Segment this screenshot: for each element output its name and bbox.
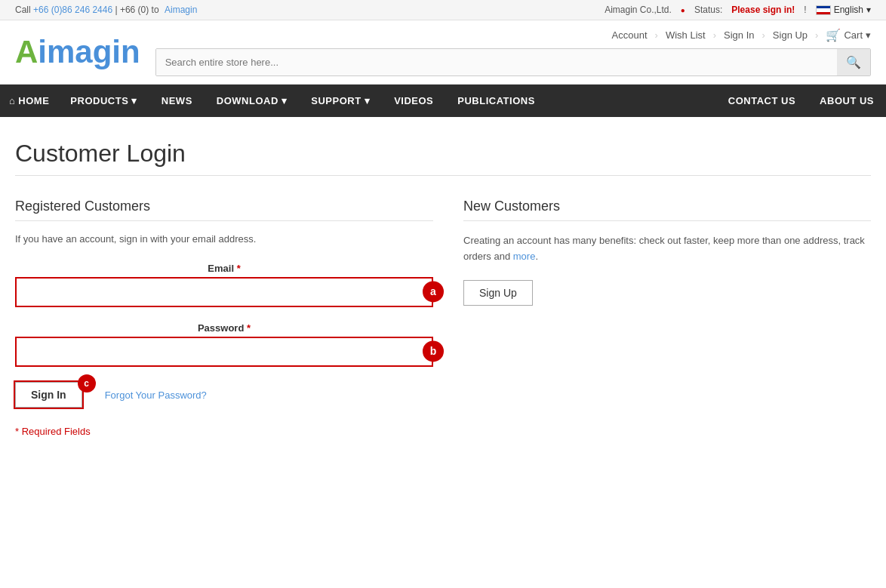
password-input[interactable] (15, 337, 433, 367)
nav-label-videos: VIDEOS (394, 95, 433, 106)
more-link[interactable]: more (513, 251, 536, 262)
nav-item-support[interactable]: SUPPORT ▾ (299, 85, 382, 117)
badge-a: a (423, 281, 444, 302)
nav-item-videos[interactable]: VIDEOS (382, 85, 445, 117)
email-required-marker: * (237, 263, 241, 274)
language-label: English (834, 5, 863, 15)
content-grid: Registered Customers If you have an acco… (15, 199, 871, 437)
separator: | (115, 5, 117, 15)
header-links: Account › Wish List › Sign In › Sign Up … (612, 28, 871, 42)
nav-label-publications: PUBLICATIONS (457, 95, 535, 106)
nav-right: CONTACT US ABOUT US (716, 85, 886, 117)
signin-button[interactable]: Sign In (15, 382, 82, 408)
password-required-marker: * (247, 322, 251, 334)
nav-item-home[interactable]: ⌂ HOME (0, 85, 58, 117)
support-arrow-icon: ▾ (365, 95, 371, 106)
language-selector[interactable]: English ▾ (816, 5, 871, 15)
cart-arrow-icon: ▾ (866, 29, 871, 41)
page-title: Customer Login (15, 140, 871, 176)
phone2: +66 (0) to (120, 5, 159, 15)
logo-blue: imagin (38, 34, 140, 69)
password-field-group: Password * b (15, 322, 433, 367)
wishlist-link[interactable]: Wish List (666, 29, 706, 41)
search-button[interactable]: 🔍 (837, 49, 870, 75)
badge-b: b (423, 340, 444, 362)
account-link[interactable]: Account (612, 29, 648, 41)
badge-c: c (78, 374, 96, 393)
required-fields-note: * Required Fields (15, 426, 433, 437)
email-label: Email * (15, 263, 433, 274)
email-field-group: Email * a (15, 263, 433, 307)
nav-label-support: SUPPORT (311, 95, 361, 106)
registered-description: If you have an account, sign in with you… (15, 233, 433, 245)
brand-link[interactable]: Aimagin (165, 5, 197, 15)
nav-item-about[interactable]: ABOUT US (808, 85, 886, 117)
top-bar-right: Aimagin Co.,Ltd. ● Status: Please sign i… (605, 5, 871, 15)
new-customers-section: New Customers Creating an account has ma… (463, 199, 871, 437)
header-right: Account › Wish List › Sign In › Sign Up … (155, 28, 871, 76)
nav-item-download[interactable]: DOWNLOAD ▾ (205, 85, 300, 117)
lang-arrow-icon: ▾ (866, 5, 871, 15)
logo[interactable]: Aimagin (15, 34, 140, 70)
nav-label-home: HOME (18, 95, 49, 106)
signin-button-wrap: Sign In c (15, 382, 82, 408)
new-customers-title: New Customers (463, 199, 871, 221)
status-dot: ● (681, 6, 685, 14)
logo-green: A (15, 34, 38, 69)
nav-spacer (547, 85, 716, 117)
header: Aimagin Account › Wish List › Sign In › … (0, 20, 886, 85)
cart-icon: 🛒 (826, 28, 841, 42)
nav-label-download: DOWNLOAD (217, 95, 278, 106)
products-arrow-icon: ▾ (131, 95, 137, 106)
signup-button[interactable]: Sign Up (463, 280, 533, 306)
search-input[interactable] (156, 49, 837, 75)
cart-label: Cart (844, 29, 863, 41)
nav-label-contact: CONTACT US (728, 95, 795, 106)
nav-label-news: NEWS (162, 95, 192, 106)
new-customers-description: Creating an account has many benefits: c… (463, 233, 871, 265)
nav-item-contact[interactable]: CONTACT US (716, 85, 808, 117)
company-name: Aimagin Co.,Ltd. (605, 5, 672, 15)
header-wrapper: Aimagin Account › Wish List › Sign In › … (0, 20, 886, 85)
registered-section-title: Registered Customers (15, 199, 433, 221)
nav-item-products[interactable]: PRODUCTS ▾ (58, 85, 149, 117)
call-label: Call (15, 5, 31, 15)
phone1-link[interactable]: +66 (0)86 246 2446 (33, 5, 112, 15)
top-bar-left: Call +66 (0)86 246 2446 | +66 (0) to Aim… (15, 5, 197, 15)
status-exclamation: ! (804, 5, 806, 15)
search-bar: 🔍 (155, 48, 871, 76)
signin-link[interactable]: Sign In (724, 29, 754, 41)
status-label: Status: (694, 5, 722, 15)
main-nav: ⌂ HOME PRODUCTS ▾ NEWS DOWNLOAD ▾ SUPPOR… (0, 85, 886, 117)
form-actions: Sign In c Forgot Your Password? (15, 382, 433, 408)
nav-label-about: ABOUT US (820, 95, 874, 106)
nav-label-products: PRODUCTS (70, 95, 128, 106)
signup-link[interactable]: Sign Up (773, 29, 808, 41)
download-arrow-icon: ▾ (281, 95, 288, 106)
forgot-password-link[interactable]: Forgot Your Password? (105, 389, 207, 401)
email-input[interactable] (15, 277, 433, 307)
main-content: Customer Login Registered Customers If y… (0, 117, 886, 460)
nav-item-publications[interactable]: PUBLICATIONS (445, 85, 547, 117)
nav-item-news[interactable]: NEWS (149, 85, 205, 117)
password-label: Password * (15, 322, 433, 334)
cart-button[interactable]: 🛒 Cart ▾ (826, 28, 871, 42)
registered-customers-section: Registered Customers If you have an acco… (15, 199, 433, 437)
status-text: Please sign in! (731, 5, 795, 15)
flag-icon (816, 5, 831, 15)
top-bar: Call +66 (0)86 246 2446 | +66 (0) to Aim… (0, 0, 886, 20)
home-icon: ⌂ (9, 95, 15, 106)
